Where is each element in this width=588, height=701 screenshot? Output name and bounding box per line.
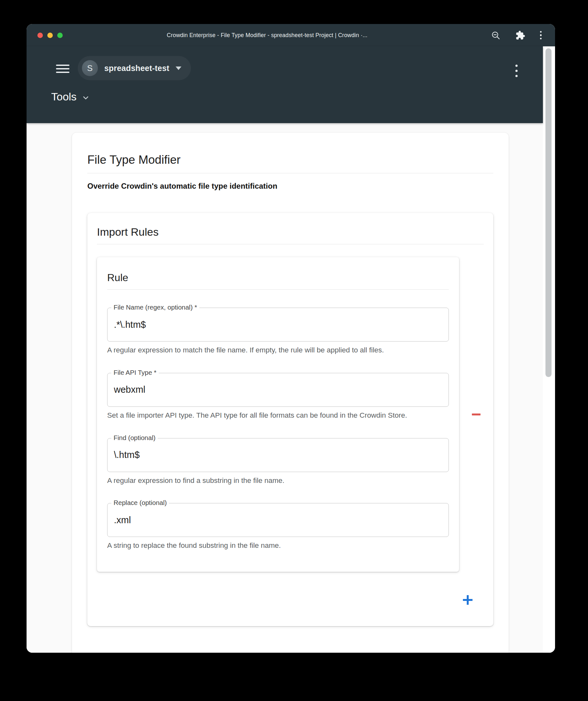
import-rules-card: Import Rules Rule File Name (regex, opti… bbox=[87, 213, 493, 626]
caret-down-icon bbox=[176, 66, 181, 70]
project-avatar-letter: S bbox=[87, 63, 92, 73]
browser-menu-kebab-icon[interactable] bbox=[540, 31, 542, 40]
replace-field-box: Replace (optional) bbox=[107, 503, 449, 537]
maximize-window-button[interactable] bbox=[57, 33, 63, 38]
chevron-down-icon bbox=[81, 94, 90, 102]
app-header: S spreadsheet-test Tools bbox=[27, 46, 543, 123]
zoom-out-icon[interactable] bbox=[491, 30, 501, 40]
project-avatar: S bbox=[82, 60, 98, 76]
rule-actions-gutter bbox=[459, 257, 493, 572]
find-input[interactable] bbox=[108, 450, 448, 460]
tools-label: Tools bbox=[51, 90, 76, 103]
find-field-label: Find (optional) bbox=[111, 434, 158, 442]
project-switcher[interactable]: S spreadsheet-test bbox=[78, 56, 191, 80]
minimize-window-button[interactable] bbox=[47, 33, 53, 38]
traffic-lights bbox=[37, 33, 72, 38]
divider bbox=[107, 289, 449, 290]
replace-field-label: Replace (optional) bbox=[111, 499, 169, 507]
file-name-field-box: File Name (regex, optional) * bbox=[107, 308, 449, 341]
tools-dropdown[interactable]: Tools bbox=[51, 90, 90, 103]
find-helper-text: A regular expression to find a substring… bbox=[107, 475, 449, 486]
file-name-field-label: File Name (regex, optional) * bbox=[111, 303, 199, 311]
field-group-file-name: File Name (regex, optional) * A regular … bbox=[107, 308, 449, 356]
add-rule-row bbox=[87, 572, 493, 626]
file-api-type-field-label: File API Type * bbox=[111, 369, 159, 377]
remove-rule-minus-icon bbox=[472, 414, 480, 415]
replace-input[interactable] bbox=[108, 515, 448, 525]
file-name-helper-text: A regular expression to match the file n… bbox=[107, 345, 449, 356]
scrollbar-track[interactable] bbox=[543, 46, 555, 653]
browser-tab-title: Crowdin Enterprise - File Type Modifier … bbox=[72, 32, 462, 39]
rule-card: Rule File Name (regex, optional) * A reg… bbox=[97, 257, 459, 572]
page-title: File Type Modifier bbox=[87, 153, 493, 167]
field-group-file-api-type: File API Type * Set a file importer API … bbox=[107, 373, 449, 421]
close-window-button[interactable] bbox=[37, 33, 43, 38]
file-type-modifier-card: File Type Modifier Override Crowdin's au… bbox=[72, 133, 509, 653]
divider bbox=[97, 244, 484, 244]
field-group-replace: Replace (optional) A string to replace t… bbox=[107, 503, 449, 551]
divider bbox=[87, 173, 493, 173]
scrollbar-thumb[interactable] bbox=[546, 48, 552, 377]
page: S spreadsheet-test Tools F bbox=[27, 46, 543, 653]
browser-window: Crowdin Enterprise - File Type Modifier … bbox=[27, 24, 555, 653]
rule-title: Rule bbox=[107, 272, 449, 284]
browser-titlebar: Crowdin Enterprise - File Type Modifier … bbox=[27, 24, 555, 46]
page-subtitle: Override Crowdin's automatic file type i… bbox=[87, 182, 493, 191]
rule-row: Rule File Name (regex, optional) * A reg… bbox=[87, 257, 493, 572]
file-api-type-helper-text: Set a file importer API type. The API ty… bbox=[107, 410, 449, 421]
import-rules-title: Import Rules bbox=[97, 226, 484, 238]
add-rule-plus-icon bbox=[467, 595, 469, 605]
browser-toolbar-icons bbox=[462, 30, 542, 40]
find-field-box: Find (optional) bbox=[107, 438, 449, 472]
field-group-find: Find (optional) A regular expression to … bbox=[107, 438, 449, 486]
project-name: spreadsheet-test bbox=[104, 64, 169, 73]
extensions-puzzle-icon[interactable] bbox=[516, 30, 525, 40]
file-name-input[interactable] bbox=[108, 319, 448, 330]
hamburger-menu-icon[interactable] bbox=[56, 65, 69, 73]
kebab-menu-icon[interactable] bbox=[514, 63, 519, 78]
add-rule-button[interactable] bbox=[461, 593, 475, 607]
file-api-type-field-box: File API Type * bbox=[107, 373, 449, 407]
file-api-type-input[interactable] bbox=[108, 385, 448, 395]
content-area: File Type Modifier Override Crowdin's au… bbox=[27, 123, 543, 653]
replace-helper-text: A string to replace the found substring … bbox=[107, 540, 449, 551]
remove-rule-button[interactable] bbox=[469, 408, 483, 422]
